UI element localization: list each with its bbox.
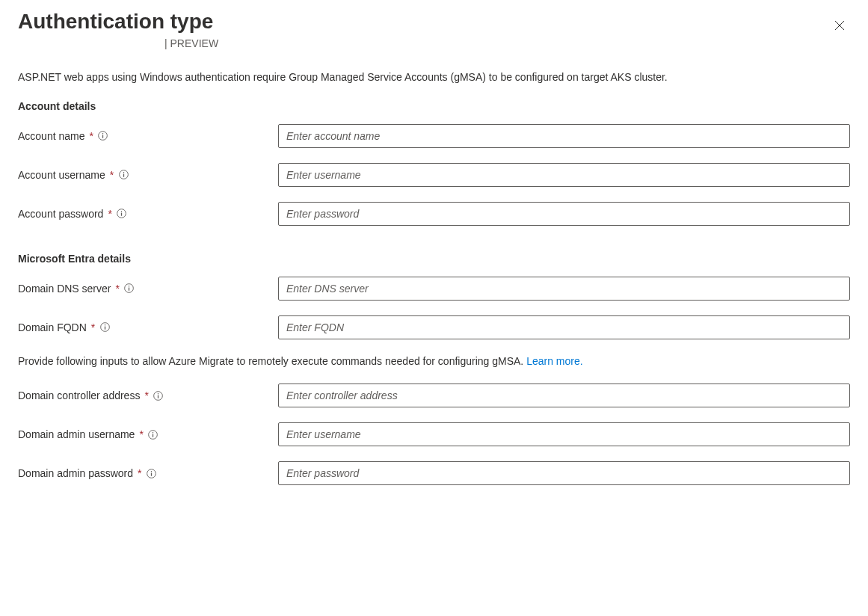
domain-admin-password-label: Domain admin password * — [18, 467, 278, 479]
preview-subtitle: | PREVIEW — [18, 37, 850, 49]
info-icon[interactable] — [147, 468, 157, 478]
domain-fqdn-label: Domain FQDN * — [18, 321, 278, 333]
entra-details-heading: Microsoft Entra details — [18, 253, 850, 265]
page-title: Authentication type — [18, 9, 213, 34]
info-icon[interactable] — [148, 429, 158, 440]
svg-point-16 — [158, 393, 158, 394]
domain-admin-password-input[interactable] — [278, 461, 850, 485]
account-name-row: Account name * — [18, 124, 850, 148]
svg-rect-20 — [153, 434, 153, 437]
account-name-label: Account name * — [18, 130, 278, 142]
info-icon[interactable] — [118, 170, 129, 180]
info-icon[interactable] — [124, 283, 135, 294]
domain-controller-address-input[interactable] — [278, 384, 850, 407]
account-password-label: Account password * — [18, 208, 278, 220]
account-username-label: Account username * — [18, 169, 278, 181]
info-icon[interactable] — [117, 209, 127, 219]
required-indicator: * — [108, 208, 111, 220]
required-indicator: * — [90, 130, 93, 142]
required-indicator: * — [144, 389, 148, 401]
svg-rect-5 — [123, 174, 124, 177]
domain-admin-password-row: Domain admin password * — [18, 461, 850, 485]
close-button[interactable] — [829, 15, 850, 36]
panel-description: ASP.NET web apps using Windows authentic… — [18, 70, 850, 85]
required-indicator: * — [139, 428, 143, 440]
info-icon[interactable] — [153, 390, 164, 401]
domain-dns-server-row: Domain DNS server * — [18, 277, 850, 301]
domain-admin-username-label: Domain admin username * — [18, 428, 278, 440]
svg-rect-8 — [121, 213, 122, 216]
gmsa-help-text: Provide following inputs to allow Azure … — [18, 354, 850, 369]
svg-point-13 — [105, 324, 105, 325]
domain-dns-server-input[interactable] — [278, 277, 850, 301]
account-username-input[interactable] — [278, 163, 850, 187]
domain-controller-address-label: Domain controller address * — [18, 389, 278, 401]
svg-rect-11 — [129, 288, 129, 291]
info-icon[interactable] — [99, 322, 110, 333]
account-name-input[interactable] — [278, 124, 850, 148]
account-password-row: Account password * — [18, 202, 850, 226]
svg-point-22 — [151, 471, 152, 472]
authentication-type-panel: Authentication type | PREVIEW ASP.NET we… — [0, 0, 868, 518]
domain-fqdn-input[interactable] — [278, 315, 850, 339]
domain-dns-server-label: Domain DNS server * — [18, 283, 278, 295]
svg-point-1 — [102, 133, 103, 134]
svg-point-4 — [123, 172, 123, 173]
svg-rect-14 — [105, 327, 105, 330]
required-indicator: * — [91, 321, 95, 333]
learn-more-link[interactable]: Learn more. — [526, 355, 582, 367]
panel-header: Authentication type — [18, 9, 850, 36]
domain-admin-username-row: Domain admin username * — [18, 422, 850, 446]
svg-rect-17 — [158, 395, 158, 398]
svg-point-19 — [153, 432, 153, 433]
svg-point-7 — [121, 211, 122, 212]
account-details-heading: Account details — [18, 100, 850, 112]
domain-fqdn-row: Domain FQDN * — [18, 315, 850, 339]
required-indicator: * — [115, 283, 119, 295]
account-username-row: Account username * — [18, 163, 850, 187]
account-password-input[interactable] — [278, 202, 850, 226]
domain-admin-username-input[interactable] — [278, 422, 850, 446]
required-indicator: * — [138, 467, 141, 479]
svg-point-10 — [129, 286, 129, 286]
close-icon — [834, 19, 846, 31]
svg-rect-2 — [102, 135, 103, 138]
info-icon[interactable] — [98, 131, 108, 141]
svg-rect-23 — [151, 472, 152, 475]
required-indicator: * — [110, 169, 114, 181]
domain-controller-address-row: Domain controller address * — [18, 384, 850, 407]
